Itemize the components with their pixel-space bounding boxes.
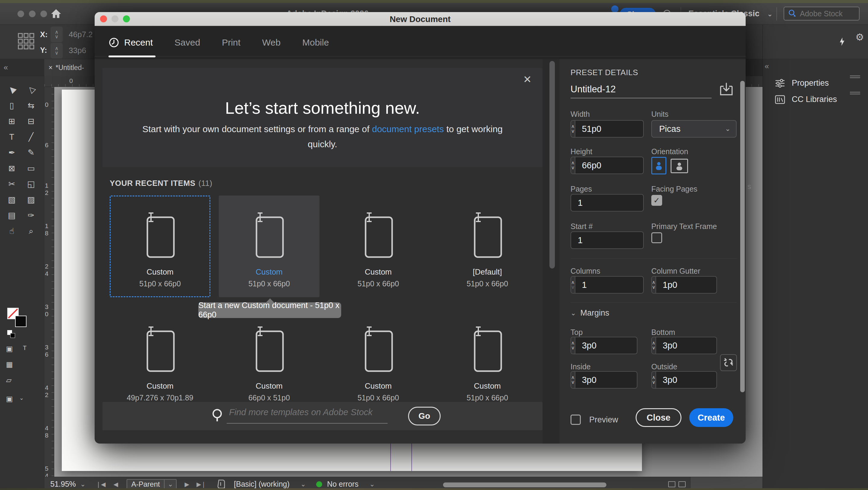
margin-bottom-field[interactable]: ∧∨ (651, 337, 717, 354)
screen-mode-button[interactable]: ▣ (6, 395, 13, 403)
chevron-down-icon[interactable]: ⌄ (369, 480, 375, 488)
primary-text-frame-checkbox[interactable] (651, 232, 662, 243)
panel-cc-libraries[interactable]: CC Libraries (775, 95, 837, 104)
x-field-value[interactable]: 46p7.2 (69, 30, 93, 39)
page-select-dropdown[interactable]: A-Parent ⌄ (127, 479, 177, 489)
scissors-tool-icon[interactable]: ✂ (4, 177, 19, 191)
preflight-status[interactable]: No errors (327, 480, 358, 489)
free-transform-tool-icon[interactable]: ◱ (24, 177, 38, 191)
recent-card-3[interactable]: Custom51p0 x 66p0 (328, 196, 429, 297)
reference-point-grid-icon[interactable] (18, 33, 35, 50)
tab-web[interactable]: Web (262, 37, 281, 48)
note-tool-icon[interactable]: ▤ (4, 208, 19, 223)
gradient-swatch-tool-icon[interactable]: ▧ (4, 193, 19, 207)
tab-print[interactable]: Print (222, 37, 241, 48)
type-tool-icon[interactable]: T (4, 130, 19, 144)
spread-view-icon[interactable] (678, 481, 686, 487)
content-placer-tool-icon[interactable]: ⊟ (24, 114, 38, 128)
facing-pages-checkbox[interactable]: ✓ (651, 195, 662, 206)
zoom-chevron-icon[interactable]: ⌄ (80, 480, 86, 488)
save-preset-icon[interactable] (719, 82, 733, 96)
gutter-stepper[interactable]: ∧∨ (652, 277, 656, 293)
go-button[interactable]: Go (408, 407, 441, 426)
close-icon[interactable]: ✕ (523, 73, 532, 85)
recent-card-5[interactable]: Custom49p7.276 x 70p1.89 (110, 310, 210, 411)
height-field[interactable]: ∧∨ (570, 156, 644, 174)
gap-tool-icon[interactable]: ⇆ (24, 98, 38, 113)
margin-top-input[interactable] (575, 341, 638, 351)
gradient-feather-tool-icon[interactable]: ▨ (24, 193, 38, 207)
recent-card-6[interactable]: Custom66p0 x 51p0 (219, 310, 319, 411)
panel-properties[interactable]: Properties (775, 79, 829, 88)
height-input[interactable] (575, 161, 644, 171)
find-templates-input[interactable] (229, 407, 386, 417)
formatting-affects-text-icon[interactable]: T (23, 345, 27, 351)
apply-none-icon[interactable]: ▱ (6, 376, 11, 384)
preset-name-input[interactable] (570, 84, 703, 95)
fill-stroke-swatches[interactable] (7, 308, 37, 341)
line-tool-icon[interactable]: ╱ (24, 130, 38, 144)
window-zoom-button[interactable] (40, 10, 47, 17)
margin-bottom-stepper[interactable]: ∧∨ (652, 337, 656, 354)
previous-page-button[interactable]: ◀ (113, 481, 118, 488)
margin-inside-stepper[interactable]: ∧∨ (571, 372, 575, 388)
y-field-value[interactable]: 33p6 (69, 46, 86, 55)
margin-inside-input[interactable] (575, 375, 638, 385)
direct-selection-tool-icon[interactable]: ▷ (24, 83, 38, 97)
link-margins-button[interactable] (720, 354, 737, 371)
page-view-icon[interactable] (668, 481, 675, 487)
width-field[interactable]: ∧∨ (570, 120, 644, 138)
zoom-tool-icon[interactable]: ⌕ (24, 224, 38, 238)
window-close-button[interactable] (18, 10, 24, 17)
content-scrollbar[interactable] (550, 61, 555, 268)
pages-input[interactable] (571, 198, 644, 208)
tab-recent[interactable]: Recent (108, 37, 153, 48)
preflight-profile[interactable]: [Basic] (working) (234, 480, 290, 489)
horizontal-scrollbar[interactable] (443, 483, 607, 487)
vertical-ruler[interactable]: 061218243036424854 (44, 87, 54, 480)
y-stepper[interactable]: ∧∨ (51, 43, 63, 59)
stroke-color-swatch[interactable] (15, 316, 27, 327)
screen-mode-chevron-icon[interactable]: ⌄ (19, 395, 24, 401)
pages-field[interactable] (570, 194, 644, 211)
selection-tool-icon[interactable]: ▶ (4, 83, 19, 97)
tab-saved[interactable]: Saved (175, 37, 200, 48)
orientation-portrait-button[interactable] (651, 157, 666, 174)
eyedropper-tool-icon[interactable]: ✑ (24, 208, 38, 223)
recent-card-8[interactable]: Custom51p0 x 66p0 (437, 310, 538, 411)
columns-input[interactable] (575, 280, 644, 290)
home-icon[interactable] (51, 8, 61, 19)
formatting-affects-container-icon[interactable]: ▣ (6, 345, 13, 353)
rectangle-tool-icon[interactable]: ▭ (24, 161, 38, 176)
apply-color-icon[interactable]: ▦ (6, 360, 13, 369)
document-tab[interactable]: × *Untitled- (44, 59, 100, 76)
units-dropdown[interactable]: Picas ⌄ (651, 120, 737, 138)
tab-close-icon[interactable]: × (49, 64, 53, 72)
gear-icon[interactable]: ⚙ (855, 31, 864, 43)
lightning-icon[interactable] (839, 37, 845, 47)
pencil-tool-icon[interactable]: ✎ (24, 145, 38, 160)
stock-search-input[interactable] (800, 9, 851, 18)
preflight-icon[interactable] (217, 479, 226, 489)
columns-field[interactable]: ∧∨ (570, 276, 644, 294)
pen-tool-icon[interactable]: ✒ (4, 145, 19, 160)
last-page-button[interactable]: ▶❘ (196, 481, 206, 488)
recent-card-4[interactable]: [Default]51p0 x 66p0 (437, 196, 538, 297)
document-presets-link[interactable]: document presets (372, 124, 444, 134)
margin-top-field[interactable]: ∧∨ (570, 337, 638, 354)
collapse-dock-icon[interactable]: « (765, 62, 769, 71)
start-field[interactable] (570, 231, 644, 249)
margins-section-toggle[interactable]: ⌄ Margins (570, 308, 609, 318)
preset-scrollbar[interactable] (740, 81, 745, 392)
chevron-down-icon[interactable]: ⌄ (301, 480, 306, 488)
first-page-button[interactable]: ❘◀ (96, 481, 105, 488)
margin-outside-input[interactable] (656, 375, 717, 385)
recent-card-1[interactable]: Custom51p0 x 66p0 (110, 196, 210, 297)
width-input[interactable] (575, 124, 644, 134)
next-page-button[interactable]: ▶ (184, 481, 189, 488)
recent-card-7[interactable]: Custom51p0 x 66p0 (328, 310, 429, 411)
gutter-input[interactable] (656, 280, 717, 290)
window-minimize-button[interactable] (29, 10, 36, 17)
orientation-landscape-button[interactable] (671, 159, 688, 173)
margin-top-stepper[interactable]: ∧∨ (571, 337, 575, 354)
